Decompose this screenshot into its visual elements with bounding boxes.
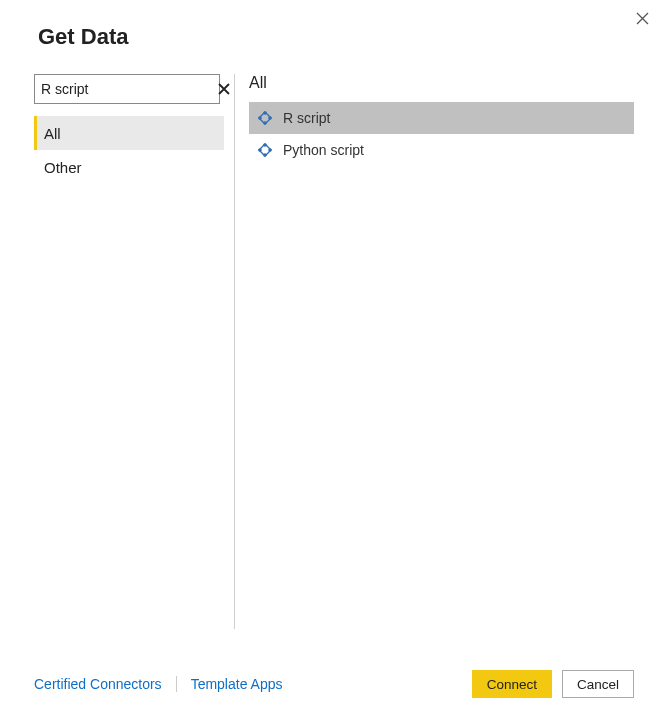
close-icon: [636, 12, 649, 25]
connector-item-python-script[interactable]: Python script: [249, 134, 634, 166]
category-label: Other: [44, 159, 82, 176]
connector-item-r-script[interactable]: R script: [249, 102, 634, 134]
connector-label: Python script: [283, 142, 364, 158]
connector-list-header: All: [249, 74, 634, 102]
search-box[interactable]: [34, 74, 220, 104]
footer-separator: [176, 676, 177, 692]
category-list: All Other: [34, 116, 224, 184]
cancel-button[interactable]: Cancel: [562, 670, 634, 698]
svg-point-1: [269, 117, 271, 119]
right-pane: All R script Python script: [249, 74, 664, 634]
connector-icon: [257, 110, 273, 126]
svg-point-7: [259, 149, 261, 151]
category-label: All: [44, 125, 61, 142]
search-clear-button[interactable]: [216, 81, 232, 98]
dialog-title: Get Data: [0, 0, 664, 50]
search-input[interactable]: [41, 81, 216, 97]
dialog-body: All Other All R script Python script: [0, 74, 664, 634]
footer-buttons: Connect Cancel: [472, 670, 634, 698]
svg-point-3: [259, 117, 261, 119]
footer-links: Certified Connectors Template Apps: [34, 676, 282, 692]
connector-icon: [257, 142, 273, 158]
clear-icon: [218, 83, 230, 95]
category-item-all[interactable]: All: [34, 116, 224, 150]
svg-point-4: [264, 144, 266, 146]
certified-connectors-link[interactable]: Certified Connectors: [34, 676, 162, 692]
dialog-footer: Certified Connectors Template Apps Conne…: [34, 670, 634, 698]
category-item-other[interactable]: Other: [34, 150, 224, 184]
template-apps-link[interactable]: Template Apps: [191, 676, 283, 692]
connector-list: R script Python script: [249, 102, 634, 166]
left-pane: All Other: [34, 74, 224, 634]
svg-point-0: [264, 112, 266, 114]
connect-button[interactable]: Connect: [472, 670, 552, 698]
pane-divider: [234, 74, 235, 629]
svg-point-2: [264, 122, 266, 124]
svg-point-5: [269, 149, 271, 151]
close-button[interactable]: [632, 8, 652, 28]
svg-point-6: [264, 154, 266, 156]
connector-label: R script: [283, 110, 330, 126]
